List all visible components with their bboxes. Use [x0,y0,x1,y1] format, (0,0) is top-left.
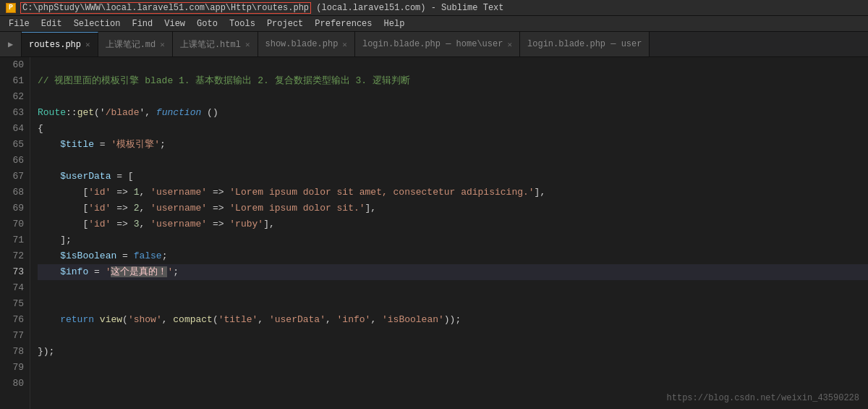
tab-login-blade-user[interactable]: login.blade.php — user [520,32,650,56]
code-line-65: $title = '模板引擎'; [38,137,868,153]
code-line-67: $userData = [ [38,169,868,185]
code-line-60 [38,57,868,73]
tabbar: ▶ routes.php ✕ 上课笔记.md ✕ 上课笔记.html ✕ sho… [0,32,868,57]
menu-file[interactable]: File [3,17,35,30]
code-line-61: // 视图里面的模板引擎 blade 1. 基本数据输出 2. 复合数据类型输出… [38,73,868,89]
menu-view[interactable]: View [158,17,191,30]
code-line-80 [38,376,868,392]
code-line-73: $info = '这个是真的！'; [38,264,868,280]
tab-routes-php[interactable]: routes.php ✕ [22,32,98,56]
line-numbers: 60 61 62 63 64 65 66 67 68 69 70 71 72 7… [0,57,30,409]
line-num-77: 77 [6,328,24,344]
watermark: https://blog.csdn.net/weixin_43590228 [667,393,859,403]
line-num-76: 76 [6,312,24,328]
line-num-73: 73 [6,264,24,280]
tab-notes-md[interactable]: 上课笔记.md ✕ [98,32,173,56]
menubar: File Edit Selection Find View Goto Tools… [0,16,868,32]
line-num-67: 67 [6,169,24,185]
code-line-64: { [38,121,868,137]
editor: 60 61 62 63 64 65 66 67 68 69 70 71 72 7… [0,57,868,409]
menu-goto[interactable]: Goto [191,17,224,30]
line-num-69: 69 [6,201,24,216]
line-num-75: 75 [6,296,24,312]
app-icon: P [6,3,16,13]
code-line-63: Route::get('/blade', function () [38,105,868,121]
code-line-76: return view('show', compact('title', 'us… [38,312,868,328]
tab-scroll-left[interactable]: ▶ [0,32,22,56]
tab-label: login.blade.php — user [527,39,642,49]
code-line-79 [38,360,868,376]
code-area[interactable]: // 视图里面的模板引擎 blade 1. 基本数据输出 2. 复合数据类型输出… [30,57,868,409]
tab-show-blade[interactable]: show.blade.php ✕ [258,32,355,56]
menu-preferences[interactable]: Preferences [309,17,378,30]
code-line-68: ['id' => 1, 'username' => 'Lorem ipsum d… [38,185,868,201]
line-num-78: 78 [6,344,24,360]
tab-notes-html[interactable]: 上课笔记.html ✕ [173,32,258,56]
line-num-65: 65 [6,137,24,153]
code-line-75 [38,296,868,312]
menu-tools[interactable]: Tools [224,17,261,30]
titlebar: P C:\phpStudy\WWW\local.laravel51.com\ap… [0,0,868,16]
line-num-79: 79 [6,360,24,376]
tab-close-html[interactable]: ✕ [245,40,250,49]
menu-project[interactable]: Project [261,17,309,30]
menu-find[interactable]: Find [126,17,158,30]
tab-label: 上课笔记.md [106,38,156,51]
tab-close-show[interactable]: ✕ [342,40,347,49]
code-line-69: ['id' => 2, 'username' => 'Lorem ipsum d… [38,201,868,216]
line-num-62: 62 [6,89,24,105]
line-num-80: 80 [6,376,24,392]
tab-label: login.blade.php — home\user [362,39,503,49]
tab-close-routes[interactable]: ✕ [85,40,90,49]
line-num-64: 64 [6,121,24,137]
line-num-60: 60 [6,57,24,73]
line-num-74: 74 [6,280,24,296]
menu-help[interactable]: Help [378,17,411,30]
file-path: C:\phpStudy\WWW\local.laravel51.com\app\… [20,2,311,14]
code-line-72: $isBoolean = false; [38,248,868,264]
tab-close-login-home[interactable]: ✕ [507,40,512,49]
titlebar-text: C:\phpStudy\WWW\local.laravel51.com\app\… [20,3,504,13]
code-line-77 [38,328,868,344]
menu-edit[interactable]: Edit [35,17,68,30]
menu-selection[interactable]: Selection [68,17,127,30]
code-line-66 [38,153,868,169]
tab-login-blade-home[interactable]: login.blade.php — home\user ✕ [355,32,520,56]
code-line-70: ['id' => 3, 'username' => 'ruby'], [38,216,868,232]
tab-label: 上课笔记.html [180,38,241,51]
line-num-66: 66 [6,153,24,169]
tab-close-md[interactable]: ✕ [160,40,165,49]
line-num-71: 71 [6,232,24,248]
line-num-72: 72 [6,248,24,264]
code-line-62 [38,89,868,105]
tab-label: routes.php [29,40,81,50]
tab-label: show.blade.php [265,39,339,49]
code-line-71: ]; [38,232,868,248]
line-num-61: 61 [6,73,24,89]
code-line-78: }); [38,344,868,360]
line-num-63: 63 [6,105,24,121]
code-line-74 [38,280,868,296]
site-info: (local.laravel51.com) - Sublime Text [316,3,503,13]
line-num-68: 68 [6,185,24,201]
line-num-70: 70 [6,216,24,232]
